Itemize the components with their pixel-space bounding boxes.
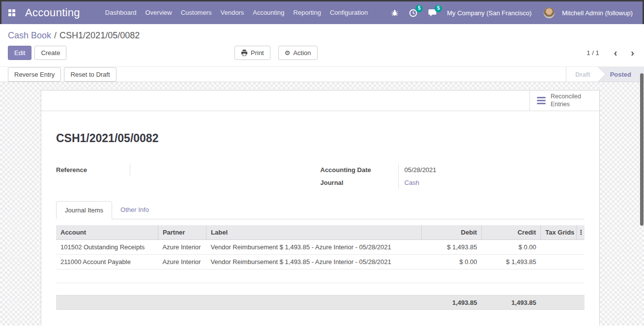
form-view-content: Reconciled Entries CSH1/2021/05/0082 Ref… — [0, 82, 644, 326]
systray: 5 5 My Company (San Francisco) Mitchell … — [388, 7, 636, 19]
button-box: Reconciled Entries — [41, 90, 599, 111]
vertical-scrollbar[interactable] — [640, 73, 644, 226]
tab-journal-items[interactable]: Journal Items — [56, 201, 112, 219]
top-navbar: Accounting Dashboard Overview Customers … — [0, 1, 644, 24]
create-button[interactable]: Create — [34, 46, 66, 60]
col-header-label[interactable]: Label — [206, 225, 422, 240]
edit-button[interactable]: Edit — [8, 46, 31, 60]
apps-menu-icon[interactable] — [8, 9, 15, 16]
accounting-date-label: Accounting Date — [321, 164, 398, 176]
record-title: CSH1/2021/05/0082 — [56, 132, 585, 145]
message-count-badge: 5 — [435, 5, 442, 12]
pager: 1 / 1 ‹ › — [586, 48, 636, 58]
notebook-tabs: Journal Items Other Info — [56, 201, 585, 219]
statusbar: Draft Posted — [566, 67, 644, 82]
cell-partner: Azure Interior — [158, 240, 206, 255]
reference-value — [130, 164, 292, 176]
menu-customers[interactable]: Customers — [176, 1, 216, 24]
total-debit: 1,493.85 — [421, 296, 481, 310]
app-brand[interactable]: Accounting — [25, 6, 80, 19]
field-group: Reference Accounting Date 05/28/2021 Jou… — [56, 164, 585, 189]
col-header-account[interactable]: Account — [56, 225, 158, 240]
menu-overview[interactable]: Overview — [141, 1, 176, 24]
col-header-credit[interactable]: Credit — [482, 225, 541, 240]
reset-to-draft-button[interactable]: Reset to Draft — [64, 67, 116, 82]
pager-value: 1 / 1 — [586, 49, 599, 57]
print-button[interactable]: Print — [234, 46, 270, 60]
col-header-debit[interactable]: Debit — [421, 225, 481, 240]
activity-count-badge: 5 — [415, 5, 423, 12]
action-button[interactable]: ⚙ Action — [278, 46, 318, 60]
cell-debit: $ 1,493.85 — [421, 240, 481, 255]
menu-reporting[interactable]: Reporting — [289, 1, 325, 24]
main-menu: Dashboard Overview Customers Vendors Acc… — [101, 1, 372, 24]
form-statusbar-row: Reverse Entry Reset to Draft Draft Poste… — [0, 66, 644, 82]
cell-label: Vendor Reimbursement $ 1,493.85 - Azure … — [206, 240, 422, 255]
breadcrumb-current: CSH1/2021/05/0082 — [59, 30, 140, 40]
table-row[interactable]: 211000 Account Payable Azure Interior Ve… — [56, 255, 585, 269]
menu-vendors[interactable]: Vendors — [216, 1, 249, 24]
cell-credit: $ 1,493.85 — [482, 255, 541, 269]
col-header-tax-grids[interactable]: Tax Grids — [541, 225, 577, 240]
breadcrumb-separator: / — [51, 30, 59, 40]
gear-icon: ⚙ — [285, 50, 291, 56]
cell-tax-grids — [541, 255, 577, 269]
reverse-entry-button[interactable]: Reverse Entry — [8, 67, 61, 82]
user-menu[interactable]: Mitchell Admin (followup) — [559, 9, 636, 17]
cell-label: Vendor Reimbursement $ 1,493.85 - Azure … — [206, 255, 422, 269]
cell-partner: Azure Interior — [158, 255, 206, 269]
col-header-partner[interactable]: Partner — [158, 225, 206, 240]
breadcrumb-parent-link[interactable]: Cash Book — [8, 30, 51, 40]
cell-account: 211000 Account Payable — [56, 255, 158, 269]
bars-icon — [537, 97, 546, 104]
form-sheet: Reconciled Entries CSH1/2021/05/0082 Ref… — [41, 90, 600, 326]
activities-icon[interactable]: 5 — [406, 9, 421, 17]
breadcrumb: Cash Book/CSH1/2021/05/0082 — [0, 24, 644, 41]
messages-icon[interactable]: 5 — [425, 9, 440, 17]
journal-items-table: Account Partner Label Debit Credit Tax G… — [56, 225, 585, 283]
empty-row — [56, 269, 585, 283]
user-avatar[interactable] — [543, 7, 555, 19]
accounting-date-value: 05/28/2021 — [398, 164, 585, 176]
cell-tax-grids — [541, 240, 577, 255]
journal-value-link[interactable]: Cash — [405, 179, 419, 186]
reference-label: Reference — [56, 164, 130, 176]
control-panel-buttons: Edit Create Print ⚙ Action 1 / 1 ‹ › — [0, 44, 644, 61]
cell-credit: $ 0.00 — [482, 240, 541, 255]
cell-debit: $ 0.00 — [421, 255, 481, 269]
totals-row: 1,493.85 1,493.85 — [56, 295, 585, 310]
pager-previous-icon[interactable]: ‹ — [612, 48, 619, 58]
menu-dashboard[interactable]: Dashboard — [101, 1, 141, 24]
reconciled-entries-button[interactable]: Reconciled Entries — [529, 90, 599, 111]
menu-accounting[interactable]: Accounting — [248, 1, 289, 24]
table-row[interactable]: 101502 Outstanding Receipts Azure Interi… — [56, 240, 585, 255]
optional-columns-icon[interactable]: ⋮ — [577, 225, 585, 240]
journal-label: Journal — [321, 177, 398, 189]
menu-configuration[interactable]: Configuration — [325, 1, 372, 24]
pager-next-icon[interactable]: › — [629, 48, 636, 58]
company-switcher[interactable]: My Company (San Francisco) — [444, 9, 534, 17]
total-credit: 1,493.85 — [482, 296, 541, 310]
tab-other-info[interactable]: Other Info — [112, 201, 157, 219]
printer-icon — [241, 50, 248, 56]
debug-icon[interactable] — [388, 9, 402, 16]
cell-account: 101502 Outstanding Receipts — [56, 240, 158, 255]
